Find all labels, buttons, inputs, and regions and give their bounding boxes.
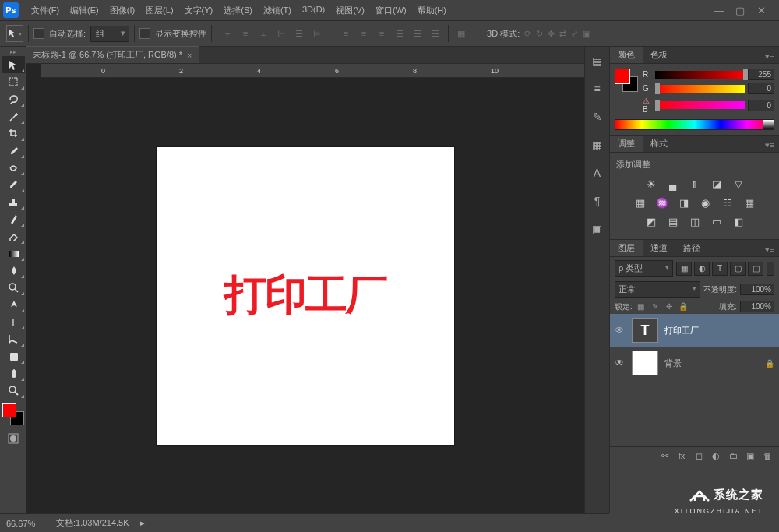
channel-G-input[interactable]: 0 (748, 83, 774, 94)
channel-B-input[interactable]: 0 (748, 100, 774, 111)
lock-transparent-icon[interactable]: ▦ (636, 301, 647, 312)
lock-all-icon[interactable]: 🔒 (678, 301, 689, 312)
tool-wand[interactable] (2, 107, 25, 125)
roll-3d-icon[interactable]: ↻ (536, 29, 543, 39)
document-tab[interactable]: 未标题-1 @ 66.7% (打印工厂, RGB/8) * × (26, 46, 199, 63)
gradientmap-icon[interactable]: ▭ (710, 214, 724, 228)
filter-toggle-switch[interactable] (767, 262, 774, 276)
maximize-button[interactable]: ▢ (735, 5, 746, 16)
paragraph-panel-icon[interactable]: ¶ (590, 193, 605, 209)
bw-icon[interactable]: ◨ (677, 196, 691, 210)
invert-icon[interactable]: ◩ (644, 214, 658, 228)
filter-adjust-icon[interactable]: ◐ (694, 262, 710, 276)
tool-history[interactable] (2, 210, 25, 227)
vibrance-icon[interactable]: ▽ (731, 177, 746, 191)
properties-panel-icon[interactable]: ≡ (590, 81, 605, 97)
layer-visibility-icon[interactable]: 👁 (615, 358, 626, 368)
balance-icon[interactable]: ♒ (655, 196, 669, 210)
layers-panel-menu-icon[interactable]: ▾≡ (760, 243, 779, 256)
tool-crop[interactable] (2, 125, 25, 142)
tool-shape[interactable] (2, 347, 25, 365)
new-layer-icon[interactable]: ▣ (743, 449, 757, 462)
threshold-icon[interactable]: ◫ (688, 214, 702, 228)
camera-3d-icon[interactable]: ▣ (583, 29, 590, 39)
tool-eraser[interactable] (2, 227, 25, 245)
tab-layers[interactable]: 图层 (610, 240, 643, 256)
filter-shape-icon[interactable]: ▢ (730, 262, 746, 276)
auto-align-icon[interactable]: ▦ (453, 26, 469, 41)
mixer-icon[interactable]: ☷ (721, 196, 735, 210)
align-hcenter-icon[interactable]: ☰ (291, 26, 307, 41)
orbit-3d-icon[interactable]: ⟳ (524, 29, 531, 39)
layer-item-0[interactable]: 👁打印工厂 (610, 314, 779, 347)
minimize-button[interactable]: — (714, 5, 724, 16)
selective-icon[interactable]: ◧ (731, 214, 746, 228)
menu-5[interactable]: 选择(S) (219, 2, 257, 19)
menu-10[interactable]: 帮助(H) (413, 2, 451, 19)
adjust-panel-menu-icon[interactable]: ▾≡ (760, 139, 779, 152)
tool-blur[interactable] (2, 262, 25, 279)
menu-2[interactable]: 图像(I) (105, 2, 139, 19)
filter-smart-icon[interactable]: ◫ (748, 262, 763, 276)
tab-paths[interactable]: 路径 (675, 240, 708, 256)
tab-swatches[interactable]: 色板 (643, 47, 675, 63)
history-panel-icon[interactable]: ▤ (590, 53, 605, 69)
tab-styles[interactable]: 样式 (643, 136, 675, 152)
tool-hand[interactable] (2, 365, 25, 382)
tool-move[interactable] (2, 56, 25, 73)
lock-position-icon[interactable]: ✥ (664, 301, 675, 312)
curves-icon[interactable]: ⫿ (688, 177, 702, 191)
status-zoom[interactable]: 66.67% (6, 519, 45, 528)
hue-icon[interactable]: ▦ (633, 196, 647, 210)
tool-stamp[interactable] (2, 193, 25, 210)
channel-G-slider[interactable] (655, 85, 745, 93)
align-top-icon[interactable]: ⫟ (220, 26, 235, 41)
color-panel-menu-icon[interactable]: ▾≡ (760, 50, 779, 63)
document-tab-close-icon[interactable]: × (187, 51, 192, 60)
layer-mask-icon[interactable]: ◻ (692, 449, 706, 462)
color-spectrum[interactable] (615, 119, 774, 130)
posterize-icon[interactable]: ▤ (666, 214, 680, 228)
color-swatches[interactable] (2, 403, 24, 425)
channel-B-slider[interactable] (655, 101, 745, 109)
tool-lasso[interactable] (2, 90, 25, 107)
tab-color[interactable]: 颜色 (610, 47, 643, 63)
align-left-icon[interactable]: ⊩ (273, 26, 289, 41)
tab-adjustments[interactable]: 调整 (610, 136, 643, 152)
tool-marquee[interactable] (2, 73, 25, 90)
tool-type[interactable]: T (2, 313, 25, 330)
close-button[interactable]: ✕ (757, 5, 768, 16)
menu-1[interactable]: 编辑(E) (65, 2, 104, 19)
auto-select-mode-select[interactable]: 组 (90, 26, 129, 42)
clone-panel-icon[interactable]: ▣ (590, 221, 605, 237)
status-info-arrow-icon[interactable]: ▸ (140, 518, 145, 528)
foreground-swatch[interactable] (2, 403, 16, 417)
new-group-icon[interactable]: 🗀 (726, 449, 740, 462)
photofilter-icon[interactable]: ◉ (699, 196, 713, 210)
brushes-panel-icon[interactable]: ✎ (590, 109, 605, 125)
filter-type-icon[interactable]: T (712, 262, 728, 276)
link-layers-icon[interactable]: ⚯ (657, 449, 671, 462)
tool-eyedrop[interactable] (2, 142, 25, 159)
tool-heal[interactable] (2, 159, 25, 176)
dist-left-icon[interactable]: ☰ (392, 26, 407, 41)
dist-top-icon[interactable]: ≡ (338, 26, 354, 41)
layer-thumbnail[interactable] (632, 318, 658, 343)
align-bottom-icon[interactable]: ⫠ (256, 26, 271, 41)
layer-filter-type-select[interactable]: ρ 类型 (615, 260, 673, 277)
tool-gradient[interactable] (2, 245, 25, 262)
toolbox-collapse-icon[interactable]: ▸▸ (0, 48, 26, 56)
filter-pixel-icon[interactable]: ▦ (676, 262, 692, 276)
tool-path[interactable] (2, 330, 25, 347)
lookup-icon[interactable]: ▦ (742, 196, 756, 210)
tool-dodge[interactable] (2, 279, 25, 296)
menu-0[interactable]: 文件(F) (26, 2, 64, 19)
dist-vcenter-icon[interactable]: ≡ (356, 26, 372, 41)
show-transform-checkbox[interactable] (139, 28, 150, 39)
blend-mode-select[interactable]: 正常 (615, 281, 700, 298)
channel-R-input[interactable]: 255 (748, 69, 774, 80)
tab-channels[interactable]: 通道 (643, 240, 675, 256)
opacity-input[interactable]: 100% (740, 284, 774, 295)
scale-3d-icon[interactable]: ⤢ (571, 29, 578, 39)
canvas-wrap[interactable]: 打印工厂 (26, 78, 584, 513)
